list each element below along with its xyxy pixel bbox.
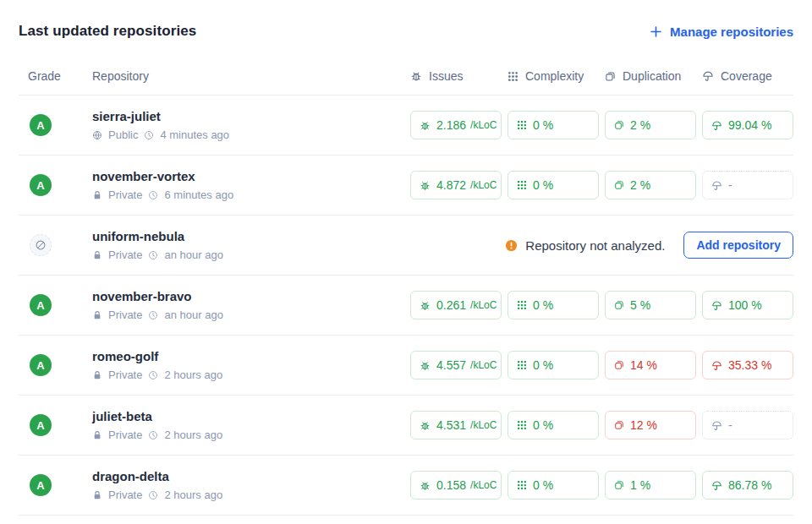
repository-name[interactable]: november-vortex bbox=[92, 169, 404, 183]
visibility-label: Private bbox=[108, 308, 142, 321]
repository-name[interactable]: romeo-golf bbox=[92, 349, 404, 363]
complexity-value: 0 % bbox=[533, 298, 553, 312]
issues-chip[interactable]: 0.261 /kLoC bbox=[410, 291, 502, 319]
column-coverage-label: Coverage bbox=[721, 69, 772, 83]
complexity-chip[interactable]: 0 % bbox=[508, 471, 599, 499]
coverage-value: - bbox=[728, 178, 732, 192]
complexity-value: 0 % bbox=[533, 358, 553, 372]
repository-name[interactable]: sierra-juliet bbox=[92, 109, 404, 123]
grade-letter: A bbox=[36, 179, 44, 192]
repository-name[interactable]: november-bravo bbox=[92, 289, 404, 303]
column-issues: Issues bbox=[410, 69, 502, 83]
repository-name[interactable]: uniform-nebula bbox=[92, 229, 404, 243]
repository-cell: uniform-nebula Private an hour ago bbox=[92, 229, 404, 261]
issues-value: 0.261 bbox=[436, 298, 466, 312]
repository-meta: Private 2 hours ago bbox=[92, 368, 404, 381]
column-grade: Grade bbox=[19, 69, 86, 83]
complexity-chip[interactable]: 0 % bbox=[508, 171, 599, 199]
lock-icon bbox=[92, 430, 102, 440]
coverage-chip[interactable]: - bbox=[702, 171, 793, 199]
bug-icon bbox=[420, 300, 431, 311]
issues-value: 4.531 bbox=[436, 418, 466, 432]
duplication-chip[interactable]: 2 % bbox=[605, 171, 696, 199]
copy-icon bbox=[614, 300, 624, 310]
coverage-chip[interactable]: - bbox=[702, 411, 793, 439]
issues-chip[interactable]: 4.872 /kLoC bbox=[410, 171, 502, 199]
issues-unit: /kLoC bbox=[470, 359, 497, 371]
coverage-chip[interactable]: 99.04 % bbox=[702, 111, 793, 139]
clock-icon bbox=[148, 310, 158, 320]
complexity-chip[interactable]: 0 % bbox=[508, 291, 599, 319]
issues-chip[interactable]: 2.186 /kLoC bbox=[410, 111, 502, 139]
duplication-chip[interactable]: 12 % bbox=[605, 411, 696, 439]
globe-icon bbox=[92, 130, 102, 140]
umbrella-icon bbox=[711, 420, 722, 431]
panel-header: Last updated repositories Manage reposit… bbox=[19, 20, 793, 42]
coverage-chip[interactable]: 100 % bbox=[702, 291, 793, 319]
complexity-chip[interactable]: 0 % bbox=[508, 351, 599, 379]
issues-chip[interactable]: 4.531 /kLoC bbox=[410, 411, 502, 439]
clock-icon bbox=[148, 370, 158, 380]
copy-icon bbox=[614, 120, 624, 130]
column-repository: Repository bbox=[92, 69, 404, 83]
grade-letter: A bbox=[36, 419, 44, 432]
duplication-value: 1 % bbox=[630, 478, 650, 492]
grade-letter: A bbox=[36, 359, 44, 372]
updated-time: 2 hours ago bbox=[164, 428, 222, 441]
complexity-cell: 0 % bbox=[508, 411, 599, 439]
visibility-label: Private bbox=[108, 248, 142, 261]
column-issues-label: Issues bbox=[429, 69, 463, 83]
clock-icon bbox=[148, 250, 158, 260]
repository-name[interactable]: dragon-delta bbox=[92, 469, 404, 483]
page-title: Last updated repositories bbox=[19, 23, 196, 40]
lock-icon bbox=[92, 370, 102, 380]
updated-time: 6 minutes ago bbox=[164, 188, 233, 201]
complexity-cell: 0 % bbox=[508, 471, 599, 499]
issues-cell: 0.261 /kLoC bbox=[410, 291, 502, 319]
complexity-value: 0 % bbox=[533, 178, 553, 192]
issues-chip[interactable]: 4.557 /kLoC bbox=[410, 351, 502, 379]
duplication-chip[interactable]: 1 % bbox=[605, 471, 696, 499]
repository-meta: Private an hour ago bbox=[92, 248, 404, 261]
repository-cell: juliet-beta Private 2 hours ago bbox=[92, 409, 404, 441]
duplication-cell: 14 % bbox=[605, 351, 696, 379]
coverage-cell: - bbox=[702, 171, 793, 199]
bug-icon bbox=[420, 360, 431, 371]
coverage-chip[interactable]: 35.33 % bbox=[702, 351, 793, 379]
clock-icon bbox=[144, 130, 154, 140]
updated-time: 2 hours ago bbox=[164, 489, 222, 501]
duplication-value: 14 % bbox=[630, 358, 657, 372]
duplication-cell: 1 % bbox=[605, 471, 696, 499]
visibility-label: Public bbox=[108, 128, 138, 141]
issues-chip[interactable]: 0.158 /kLoC bbox=[410, 471, 502, 499]
repository-cell: sierra-juliet Public 4 minutes ago bbox=[92, 109, 404, 141]
add-repository-button[interactable]: Add repository bbox=[683, 232, 793, 259]
duplication-chip[interactable]: 5 % bbox=[605, 291, 696, 319]
lock-icon bbox=[92, 190, 102, 200]
lock-icon bbox=[92, 490, 102, 500]
table-row: A dragon-delta Private bbox=[19, 456, 793, 516]
duplication-chip[interactable]: 14 % bbox=[605, 351, 696, 379]
complexity-chip[interactable]: 0 % bbox=[508, 111, 599, 139]
duplication-chip[interactable]: 2 % bbox=[605, 111, 696, 139]
complexity-cell: 0 % bbox=[508, 291, 599, 319]
column-duplication-label: Duplication bbox=[623, 69, 681, 83]
coverage-value: 99.04 % bbox=[728, 118, 771, 132]
lock-icon bbox=[92, 250, 102, 260]
umbrella-icon bbox=[711, 480, 722, 491]
umbrella-icon bbox=[711, 360, 722, 371]
clock-icon bbox=[148, 430, 158, 440]
duplication-value: 12 % bbox=[630, 418, 657, 432]
complexity-value: 0 % bbox=[533, 118, 553, 132]
coverage-value: 35.33 % bbox=[728, 358, 771, 372]
coverage-chip[interactable]: 86.78 % bbox=[702, 471, 793, 499]
manage-repositories-link[interactable]: Manage repositories bbox=[650, 25, 793, 39]
bug-icon bbox=[420, 120, 431, 131]
repository-name[interactable]: juliet-beta bbox=[92, 409, 404, 423]
complexity-chip[interactable]: 0 % bbox=[508, 411, 599, 439]
coverage-value: 100 % bbox=[728, 298, 762, 312]
grid-icon bbox=[517, 120, 527, 130]
repository-cell: romeo-golf Private 2 hours ago bbox=[92, 349, 404, 381]
duplication-value: 2 % bbox=[630, 178, 650, 192]
complexity-cell: 0 % bbox=[508, 171, 599, 199]
